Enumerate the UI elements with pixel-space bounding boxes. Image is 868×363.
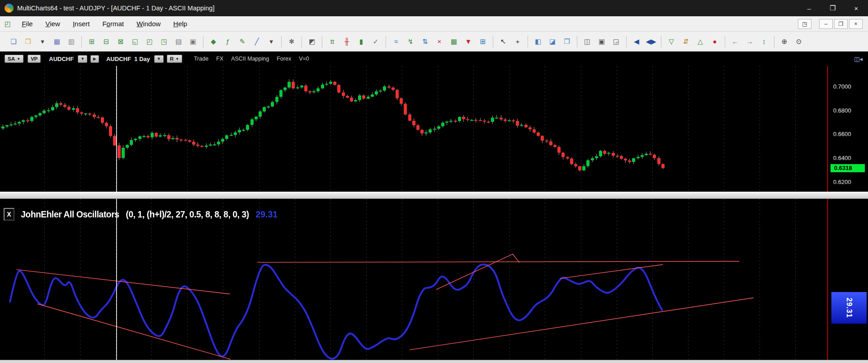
price-axis-label: 0.7000 <box>833 83 851 90</box>
publish-chart-icon[interactable]: ▣ <box>186 35 200 48</box>
sa-label: SA <box>8 56 15 61</box>
chevron-down-icon: ▼ <box>175 57 179 61</box>
menu-view[interactable]: View <box>39 16 66 31</box>
menu-window[interactable]: Window <box>130 16 167 31</box>
status-items: TradeFXASCII MappingForexV=0 <box>186 56 309 62</box>
format-objects-icon[interactable]: ✎ <box>236 35 249 48</box>
reverse-position-icon[interactable]: ⇵ <box>679 35 693 48</box>
float-window-icon[interactable]: ◳ <box>798 19 811 29</box>
menu-insert[interactable]: Insert <box>66 16 96 31</box>
import-data-icon[interactable]: ◱ <box>128 35 142 48</box>
menu-format[interactable]: Format <box>96 16 130 31</box>
vp-label: VP <box>31 56 38 61</box>
horizontal-scroll-strip[interactable] <box>0 360 868 363</box>
new-chart-window-icon[interactable]: ⊞ <box>85 35 99 48</box>
chart-style-icon[interactable]: ✱ <box>285 35 298 48</box>
duplicate-window-icon[interactable]: ⊠ <box>114 35 127 48</box>
price-chart-panel: 0.6318 0.70000.68000.66000.64000.6200 <box>0 66 868 192</box>
print-icon[interactable]: ▥ <box>65 35 78 48</box>
open-dropdown-icon[interactable]: ▾ <box>36 35 49 48</box>
pointer-tool-icon[interactable]: ↖ <box>496 35 510 48</box>
symbol-forward-button[interactable]: ▶ <box>90 55 99 63</box>
strategy-properties-icon[interactable]: ⊞ <box>476 35 490 48</box>
toolbar-separator <box>302 36 302 47</box>
auto-trading-icon[interactable]: ▼ <box>462 35 475 48</box>
format-study-icon[interactable]: ƒ <box>221 35 235 48</box>
remove-study-icon[interactable]: × <box>433 35 446 48</box>
toolbar-separator <box>203 36 203 47</box>
minimize-child-icon[interactable]: – <box>819 19 833 29</box>
symbol-mapping-icon[interactable]: ◳ <box>157 35 171 48</box>
next-signal-icon[interactable]: → <box>743 35 756 48</box>
menu-bar: ◰ FileViewInsertFormatWindowHelp ◳–❐× <box>0 16 868 32</box>
chart-document-icon: ◰ <box>5 20 11 28</box>
oscillator-axis[interactable]: 29.31 <box>830 199 868 360</box>
draw-dropdown-icon[interactable]: ▾ <box>264 35 278 48</box>
status-analysis-dropdown[interactable]: SA ▼ <box>5 55 24 63</box>
arrange-panels-icon[interactable]: ◧ <box>531 35 545 48</box>
toolbar-separator <box>577 36 577 47</box>
series-label: AUDCHF 1 Day <box>106 56 150 62</box>
resolution-mode-dropdown[interactable]: R ▼ <box>167 55 182 63</box>
panel-splitter[interactable] <box>0 192 868 199</box>
window-tabs-icon[interactable]: ❐ <box>560 35 574 48</box>
close-button[interactable]: × <box>844 0 868 16</box>
menu-file[interactable]: File <box>15 16 39 31</box>
ohlc-bars-icon[interactable]: ╫ <box>340 35 354 48</box>
subchart-close-button[interactable]: X <box>4 208 14 221</box>
series-dropdown-button[interactable]: ▼ <box>154 55 164 63</box>
price-chart-canvas[interactable] <box>0 66 830 192</box>
prev-signal-icon[interactable]: ← <box>728 35 742 48</box>
scroll-range-icon[interactable]: ↕ <box>757 35 771 48</box>
price-axis-label: 0.6400 <box>833 155 851 161</box>
cancel-orders-icon[interactable]: ● <box>708 35 722 48</box>
apply-bar-style-icon[interactable]: ✓ <box>369 35 382 48</box>
chart-analysis-icon[interactable]: ◩ <box>305 35 319 48</box>
page-setup-icon[interactable]: ▤ <box>172 35 185 48</box>
status-v-0: V=0 <box>299 56 309 62</box>
candlestick-icon[interactable]: ▮ <box>354 35 368 48</box>
study-title: JohnEhler All Oscillators <box>21 209 119 220</box>
oscillator-canvas[interactable] <box>0 199 830 360</box>
price-axis-label: 0.6200 <box>833 179 851 185</box>
alerts-icon[interactable]: ❏ <box>7 35 20 48</box>
menu-help[interactable]: Help <box>167 16 193 31</box>
snapshot-icon[interactable]: ▣ <box>595 35 609 48</box>
draw-trendline-icon[interactable]: ╱ <box>250 35 264 48</box>
oscillator-header-text: JohnEhler All Oscillators (0, 1, (h+l)/2… <box>21 209 278 220</box>
chevron-down-icon: ▼ <box>17 57 20 61</box>
strategy-positions-icon[interactable]: ⇅ <box>418 35 432 48</box>
optimize-strategy-icon[interactable]: ▦ <box>447 35 461 48</box>
export-data-icon[interactable]: ◰ <box>143 35 156 48</box>
insert-signal-icon[interactable]: ↯ <box>404 35 417 48</box>
save-icon[interactable]: ▦ <box>50 35 64 48</box>
maximize-panel-icon[interactable]: ◫ <box>580 35 594 48</box>
toolbar-separator <box>528 36 528 47</box>
show-fills-icon[interactable]: ▽ <box>665 35 678 48</box>
minimize-button[interactable]: – <box>797 0 821 16</box>
data-window-icon[interactable]: ◫◂ <box>854 56 863 62</box>
place-order-icon[interactable]: △ <box>693 35 707 48</box>
title-bar: MultiCharts64 - test - AUDJPY - [AUDCHF … <box>0 0 868 16</box>
close-child-icon[interactable]: × <box>849 19 863 29</box>
status-fx: FX <box>216 56 223 62</box>
open-icon[interactable]: ❒ <box>21 35 35 48</box>
copy-chart-window-icon[interactable]: ⊟ <box>99 35 113 48</box>
playback-forward-icon[interactable]: ◀▶ <box>644 35 658 48</box>
oscillator-header: X JohnEhler All Oscillators (0, 1, (h+l)… <box>4 208 300 221</box>
playback-back-icon[interactable]: ◀ <box>630 35 643 48</box>
price-axis[interactable]: 0.6318 0.70000.68000.66000.64000.6200 <box>830 66 868 192</box>
restore-child-icon[interactable]: ❐ <box>834 19 848 29</box>
zoom-tool-icon[interactable]: ⊙ <box>792 35 806 48</box>
zoom-in-icon[interactable]: ⊕ <box>778 35 791 48</box>
insert-study-icon[interactable]: ≈ <box>389 35 403 48</box>
multicharts-window: MultiCharts64 - test - AUDJPY - [AUDCHF … <box>0 0 868 363</box>
format-instrument-icon[interactable]: ◆ <box>207 35 220 48</box>
crosshair-tool-icon[interactable]: + <box>511 35 524 48</box>
tick-bars-icon[interactable]: tt <box>326 35 339 48</box>
maximize-button[interactable]: ❐ <box>821 0 844 16</box>
symbol-dropdown-button[interactable]: ▼ <box>78 55 87 63</box>
panel-bottom-icon[interactable]: ◪ <box>546 35 559 48</box>
volume-profile-button[interactable]: VP <box>28 55 41 63</box>
restore-layout-icon[interactable]: ◲ <box>609 35 623 48</box>
